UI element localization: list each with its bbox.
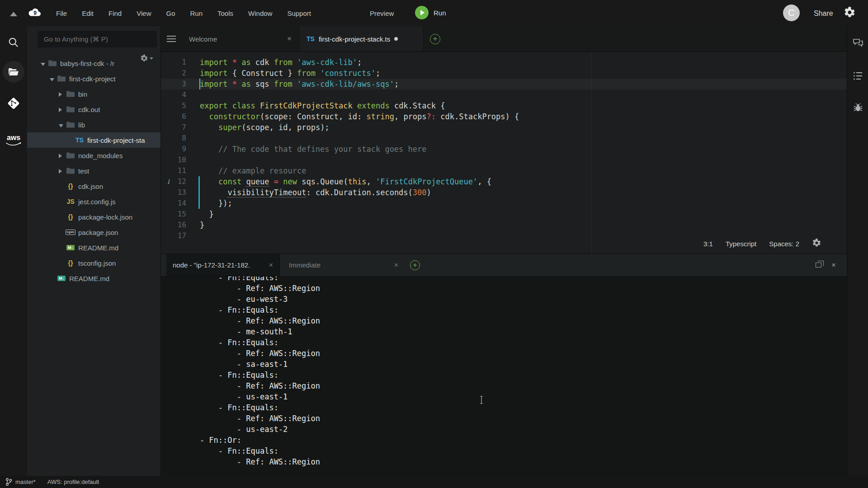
- editor-settings-gear-icon[interactable]: [812, 238, 821, 249]
- tree-item-cdk-json[interactable]: {}cdk.json: [27, 178, 160, 194]
- ts-file-icon: TS: [307, 35, 315, 42]
- settings-gear-icon[interactable]: [844, 6, 856, 20]
- tree-item-first-cdk-project[interactable]: first-cdk-project: [27, 71, 160, 86]
- tree-item-package-lock-json[interactable]: {}package-lock.json: [27, 209, 160, 225]
- menu-find[interactable]: Find: [108, 9, 122, 17]
- terminal-output[interactable]: - Fn::Equals: - Ref: AWS::Region - eu-we…: [161, 277, 847, 476]
- close-tab-icon[interactable]: ×: [269, 261, 273, 269]
- code-line-16[interactable]: 16}: [161, 220, 847, 230]
- git-panel-icon[interactable]: [0, 92, 27, 114]
- tree-item-lib[interactable]: lib: [27, 117, 160, 132]
- line-number: 2: [161, 68, 186, 79]
- close-tab-icon[interactable]: ×: [287, 34, 292, 43]
- maximize-console-icon[interactable]: [816, 263, 821, 267]
- goto-search-icon[interactable]: [0, 32, 27, 53]
- goto-anything-input[interactable]: [38, 31, 157, 47]
- cloud9-ide: 9 FileEditFindViewGoRunToolsWindowSuppor…: [0, 0, 868, 488]
- new-tab-button[interactable]: +: [430, 34, 440, 44]
- run-button[interactable]: Run: [415, 6, 446, 19]
- tree-item-label: babys-first-cdk - /r: [60, 60, 114, 67]
- tab-welcome[interactable]: Welcome ×: [182, 26, 299, 52]
- collapse-menubar-icon[interactable]: [10, 12, 17, 16]
- aws-profile-indicator[interactable]: AWS: profile:default: [47, 479, 99, 485]
- aws-panel-icon[interactable]: aws: [0, 130, 27, 152]
- code-line-4[interactable]: 4: [161, 89, 847, 100]
- cursor-position[interactable]: 3:1: [703, 240, 713, 248]
- new-console-tab-button[interactable]: +: [410, 260, 420, 270]
- chevron-right-icon[interactable]: [59, 106, 65, 113]
- menu-edit[interactable]: Edit: [82, 9, 94, 17]
- tab-immediate[interactable]: Immediate ×: [280, 254, 405, 276]
- tree-item-package-json[interactable]: npmpackage.json: [27, 225, 160, 240]
- code-line-7[interactable]: 7 super(scope, id, props);: [161, 122, 847, 133]
- code-line-3[interactable]: 3import * as sqs from 'aws-cdk-lib/aws-s…: [161, 79, 847, 89]
- cloud9-logo-icon[interactable]: 9: [27, 7, 42, 20]
- indent-setting[interactable]: Spaces: 2: [769, 240, 799, 248]
- terminal-line-18: - Ref: AWS::Region: [163, 456, 847, 467]
- terminal-line-12: - us-east-1: [163, 391, 847, 402]
- tree-item-label: lib: [78, 121, 85, 129]
- line-number: 15: [161, 209, 186, 220]
- code-line-6[interactable]: 6 constructor(scope: Construct, id: stri…: [161, 111, 847, 122]
- chevron-down-icon[interactable]: [59, 121, 65, 129]
- tree-item-bin[interactable]: bin: [27, 86, 160, 102]
- tree-item-tsconfig-json[interactable]: {}tsconfig.json: [27, 255, 160, 271]
- code-line-10[interactable]: 10: [161, 155, 847, 165]
- avatar[interactable]: C: [783, 5, 800, 21]
- close-console-icon[interactable]: ×: [831, 261, 836, 270]
- preview-button[interactable]: Preview: [370, 9, 394, 17]
- tree-item-label: tsconfig.json: [78, 259, 116, 267]
- chevron-down-icon[interactable]: [41, 60, 47, 67]
- terminal-line-6: - me-south-1: [163, 326, 847, 337]
- code-line-2[interactable]: 2import { Construct } from 'constructs';: [161, 68, 847, 79]
- chevron-right-icon[interactable]: [59, 152, 65, 160]
- tree-item-test[interactable]: test: [27, 163, 160, 178]
- run-play-icon[interactable]: [415, 6, 429, 19]
- code-line-13[interactable]: 13 visibilityTimeout: cdk.Duration.secon…: [161, 187, 847, 198]
- close-tab-icon[interactable]: ×: [394, 261, 398, 269]
- chevron-right-icon[interactable]: [59, 167, 65, 175]
- code-line-11[interactable]: 11 // example resource: [161, 165, 847, 176]
- share-button[interactable]: Share: [814, 9, 833, 18]
- tree-item-first-cdk-project-sta[interactable]: TSfirst-cdk-project-sta: [27, 132, 160, 148]
- code-line-9[interactable]: 9 // The code that defines your stack go…: [161, 144, 847, 155]
- menu-support[interactable]: Support: [287, 9, 311, 17]
- menu-window[interactable]: Window: [248, 9, 272, 17]
- outline-list-icon[interactable]: [847, 66, 868, 86]
- tab-list-menu-icon[interactable]: [161, 26, 182, 52]
- code-line-5[interactable]: 5export class FirstCdkProjectStack exten…: [161, 100, 847, 111]
- git-branch-indicator[interactable]: master*: [5, 478, 36, 486]
- tree-item-jest-config-js[interactable]: JSjest.config.js: [27, 194, 160, 209]
- terminal-line-10: - Fn::Equals:: [163, 370, 847, 380]
- tab-first-cdk-project-stack[interactable]: TS first-cdk-project-stack.ts: [299, 26, 424, 52]
- chevron-down-icon[interactable]: [50, 75, 56, 83]
- terminal-line-5: - Ref: AWS::Region: [163, 315, 847, 326]
- code-line-12[interactable]: 12 const queue = new sqs.Queue(this, 'Fi…: [161, 176, 847, 187]
- menu-file[interactable]: File: [56, 9, 67, 17]
- menu-view[interactable]: View: [137, 9, 151, 17]
- language-mode[interactable]: Typescript: [726, 240, 756, 248]
- file-tree-icon[interactable]: [0, 61, 27, 82]
- tree-item-readme-md[interactable]: M↓README.md: [27, 271, 160, 286]
- code-line-1[interactable]: 1import * as cdk from 'aws-cdk-lib';: [161, 57, 847, 68]
- tab-terminal-node[interactable]: node - "ip-172-31-21-182. ×: [166, 254, 280, 276]
- tree-item-babys-first-cdk-r[interactable]: babys-first-cdk - /r: [27, 56, 160, 71]
- code-line-15[interactable]: 15 }: [161, 209, 847, 220]
- debugger-bug-icon[interactable]: [847, 98, 868, 117]
- menu-tools[interactable]: Tools: [217, 9, 233, 17]
- gutter-info-icon[interactable]: i: [167, 176, 170, 187]
- tree-item-node-modules[interactable]: node_modules: [27, 148, 160, 163]
- tree-item-label: cdk.out: [78, 106, 100, 113]
- folder-icon: [65, 167, 76, 174]
- menu-go[interactable]: Go: [166, 9, 175, 17]
- code-text: });: [186, 198, 232, 209]
- code-text: [186, 133, 200, 144]
- chevron-right-icon[interactable]: [59, 90, 65, 98]
- code-line-8[interactable]: 8: [161, 133, 847, 144]
- code-editor[interactable]: 1import * as cdk from 'aws-cdk-lib';2imp…: [161, 52, 847, 253]
- collaborate-chat-icon[interactable]: [847, 33, 868, 53]
- menu-run[interactable]: Run: [190, 9, 203, 17]
- code-line-14[interactable]: 14 });: [161, 198, 847, 209]
- tree-item-cdk-out[interactable]: cdk.out: [27, 102, 160, 117]
- tree-item-readme-md[interactable]: M↓README.md: [27, 240, 160, 255]
